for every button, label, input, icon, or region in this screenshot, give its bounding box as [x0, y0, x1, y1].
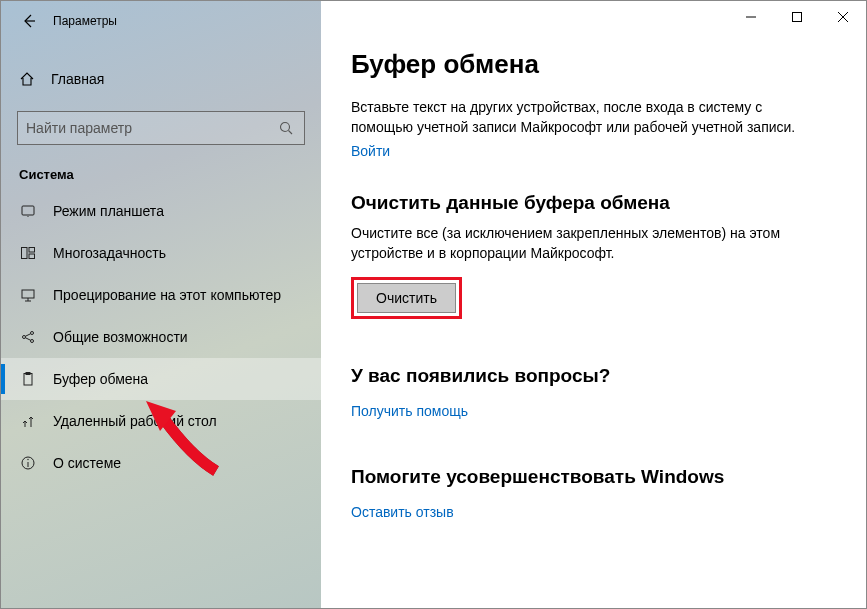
nav-home-label: Главная — [51, 71, 104, 87]
svg-rect-3 — [22, 206, 34, 215]
nav-home[interactable]: Главная — [1, 59, 321, 99]
arrow-left-icon — [21, 13, 37, 29]
svg-rect-6 — [29, 248, 35, 253]
search-input[interactable] — [26, 120, 278, 136]
sidebar-item-label: Многозадачность — [53, 245, 166, 261]
shared-icon — [19, 328, 37, 346]
feedback-link[interactable]: Оставить отзыв — [351, 504, 454, 520]
svg-line-12 — [25, 334, 30, 337]
info-icon — [19, 454, 37, 472]
svg-rect-8 — [22, 290, 34, 298]
svg-point-20 — [27, 459, 28, 460]
search-input-wrap[interactable] — [17, 111, 305, 145]
sidebar-item-label: Общие возможности — [53, 329, 188, 345]
main-content: Буфер обмена Вставьте текст на других ус… — [321, 1, 866, 608]
svg-point-9 — [23, 336, 26, 339]
maximize-icon — [792, 12, 802, 22]
clear-button[interactable]: Очистить — [357, 283, 456, 313]
sidebar-item-tablet-mode[interactable]: Режим планшета — [1, 190, 321, 232]
sidebar-item-remote-desktop[interactable]: Удаленный рабочий стол — [1, 400, 321, 442]
minimize-button[interactable] — [728, 1, 774, 33]
sidebar-item-label: Буфер обмена — [53, 371, 148, 387]
sidebar-item-label: Удаленный рабочий стол — [53, 413, 217, 429]
clear-desc: Очистите все (за исключением закрепленны… — [351, 224, 821, 263]
window-title: Параметры — [53, 14, 117, 28]
sidebar-item-label: О системе — [53, 455, 121, 471]
multitask-icon — [19, 244, 37, 262]
sidebar-item-clipboard[interactable]: Буфер обмена — [1, 358, 321, 400]
sidebar-item-projecting[interactable]: Проецирование на этот компьютер — [1, 274, 321, 316]
sidebar-category: Система — [1, 145, 321, 190]
svg-line-2 — [289, 131, 293, 135]
search-icon — [278, 120, 296, 136]
svg-rect-5 — [22, 248, 28, 259]
project-icon — [19, 286, 37, 304]
intro-text: Вставьте текст на других устройствах, по… — [351, 98, 821, 137]
sidebar-item-about[interactable]: О системе — [1, 442, 321, 484]
back-button[interactable] — [9, 1, 49, 41]
svg-point-10 — [31, 332, 34, 335]
page-title: Буфер обмена — [351, 49, 836, 80]
home-icon — [19, 71, 35, 87]
svg-point-4 — [27, 216, 28, 217]
svg-point-1 — [281, 123, 290, 132]
svg-rect-14 — [24, 374, 32, 386]
svg-point-11 — [31, 340, 34, 343]
remote-icon — [19, 412, 37, 430]
help-link[interactable]: Получить помощь — [351, 403, 468, 419]
sidebar-item-multitasking[interactable]: Многозадачность — [1, 232, 321, 274]
maximize-button[interactable] — [774, 1, 820, 33]
minimize-icon — [746, 12, 756, 22]
clear-button-highlight: Очистить — [351, 277, 462, 319]
questions-heading: У вас появились вопросы? — [351, 365, 836, 387]
sidebar-item-shared[interactable]: Общие возможности — [1, 316, 321, 358]
close-icon — [838, 12, 848, 22]
clear-heading: Очистить данные буфера обмена — [351, 192, 836, 214]
signin-link[interactable]: Войти — [351, 143, 390, 159]
improve-heading: Помогите усовершенствовать Windows — [351, 466, 836, 488]
close-button[interactable] — [820, 1, 866, 33]
svg-rect-7 — [29, 254, 35, 259]
svg-rect-22 — [793, 13, 802, 22]
sidebar-item-label: Режим планшета — [53, 203, 164, 219]
sidebar-item-label: Проецирование на этот компьютер — [53, 287, 281, 303]
clipboard-icon — [19, 370, 37, 388]
svg-line-13 — [25, 338, 30, 341]
tablet-icon — [19, 202, 37, 220]
